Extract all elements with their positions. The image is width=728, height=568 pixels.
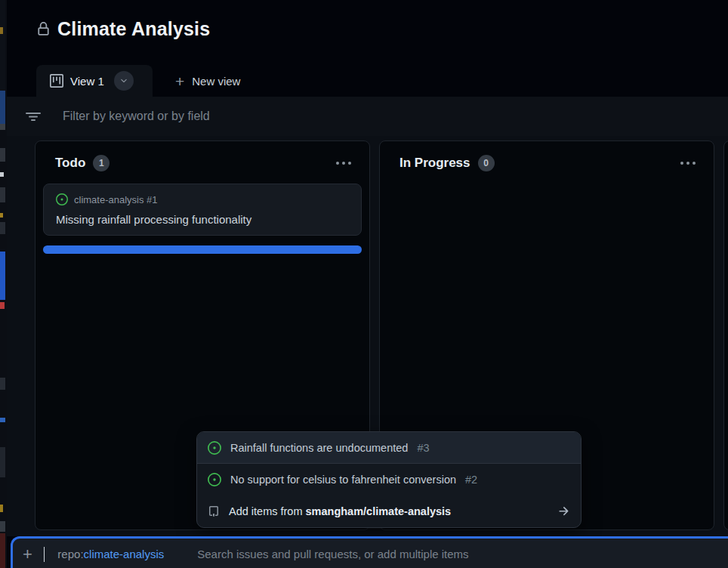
chevron-down-icon <box>119 76 128 85</box>
column-name: Todo <box>55 156 85 171</box>
lock-icon <box>36 22 51 36</box>
column-menu-button[interactable] <box>676 157 700 169</box>
issue-card[interactable]: climate-analysis #1 Missing rainfall pro… <box>43 184 362 236</box>
open-issue-icon <box>56 193 68 205</box>
filter-bar[interactable]: Filter by keyword or by field <box>7 97 728 136</box>
drop-indicator <box>43 245 362 254</box>
project-board-icon <box>50 74 63 88</box>
suggestion-title: No support for celsius to fahrenheit con… <box>230 474 456 486</box>
column-count-badge: 0 <box>478 155 495 171</box>
column-in-progress-header: In Progress 0 <box>380 141 714 178</box>
repo-icon <box>208 505 220 517</box>
add-item-suggestions: Rainfall functions are undocumented #3 N… <box>196 431 581 528</box>
view-options-button[interactable] <box>114 71 134 91</box>
plus-icon: + <box>175 73 184 89</box>
suggestion-number: #2 <box>465 474 477 486</box>
add-item-omnibar[interactable]: + repo:climate-analysis Search issues an… <box>11 536 728 568</box>
add-items-label: Add items from smangham/climate-analysis <box>229 505 451 517</box>
tab-view-1[interactable]: View 1 <box>36 65 153 97</box>
issue-repo-ref: climate-analysis #1 <box>74 194 158 205</box>
page-title: Climate Analysis <box>57 18 210 40</box>
suggestion-item[interactable]: No support for celsius to fahrenheit con… <box>197 464 581 495</box>
omnibar-placeholder: Search issues and pull requests, or add … <box>197 548 468 560</box>
tab-view-1-label: View 1 <box>70 75 104 88</box>
suggestion-item[interactable]: Rainfall functions are undocumented #3 <box>197 432 581 464</box>
background-window-edge <box>0 0 7 568</box>
open-issue-icon <box>208 473 221 486</box>
text-cursor <box>44 547 45 562</box>
column-todo-header: Todo 1 <box>35 141 369 178</box>
project-header: Climate Analysis <box>36 18 210 40</box>
filter-lines-icon <box>25 108 42 125</box>
column-menu-button[interactable] <box>332 157 356 169</box>
new-view-label: New view <box>192 75 240 88</box>
column-partial-offscreen <box>723 140 728 530</box>
arrow-right-icon <box>557 505 570 518</box>
issue-card-meta: climate-analysis #1 <box>56 193 349 205</box>
suggestion-number: #3 <box>417 442 429 454</box>
filter-input-placeholder: Filter by keyword or by field <box>63 110 210 123</box>
repo-filter-token: repo:climate-analysis <box>57 548 164 560</box>
add-items-from-repo[interactable]: Add items from smangham/climate-analysis <box>197 495 581 527</box>
plus-icon: + <box>23 546 32 563</box>
suggestion-title: Rainfall functions are undocumented <box>230 442 408 454</box>
column-name: In Progress <box>399 156 470 171</box>
column-count-badge: 1 <box>93 155 110 171</box>
new-view-button[interactable]: + New view <box>165 65 251 97</box>
open-issue-icon <box>208 441 221 455</box>
issue-card-title: Missing rainfall processing functionalit… <box>56 213 349 226</box>
